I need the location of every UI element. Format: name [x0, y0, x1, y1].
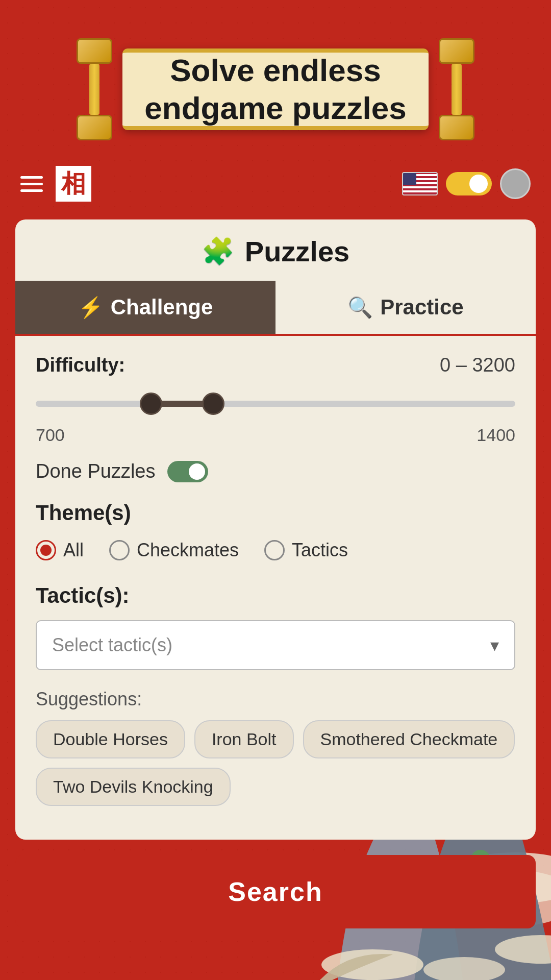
slider-thumb-left[interactable] [140, 393, 162, 415]
scroll-rod-right [452, 64, 462, 115]
chip-two-devils-knocking[interactable]: Two Devils Knocking [36, 768, 231, 806]
menu-line-3 [20, 189, 43, 192]
slider-min-label: 700 [36, 425, 65, 445]
svg-point-10 [321, 949, 423, 980]
scroll-right-handle [434, 38, 480, 140]
scroll-left-handle [71, 38, 117, 140]
scroll-body: Solve endless endgame puzzles [122, 48, 429, 130]
done-puzzles-row: Done Puzzles [36, 460, 515, 482]
menu-button[interactable] [20, 176, 43, 192]
scroll-knob-bottom-right [439, 115, 474, 140]
radio-tactics[interactable]: Tactics [264, 540, 348, 561]
theme-label: Theme(s) [36, 501, 515, 525]
suggestions-chips: Double Horses Iron Bolt Smothered Checkm… [36, 720, 515, 806]
tabs: ⚡ Challenge 🔍 Practice [15, 281, 536, 336]
scroll-decoration: Solve endless endgame puzzles [77, 31, 474, 148]
app-logo[interactable]: 相 [53, 163, 94, 204]
svg-point-12 [495, 935, 551, 964]
radio-checkmates[interactable]: Checkmates [109, 540, 239, 561]
language-flag[interactable] [402, 172, 438, 195]
slider-thumb-right[interactable] [202, 393, 224, 415]
radio-all-label: All [63, 540, 84, 561]
top-bar: 相 [0, 158, 551, 209]
scroll-rod-left [89, 64, 99, 115]
theme-toggle[interactable] [446, 172, 492, 195]
svg-point-11 [423, 957, 505, 980]
content-area: Difficulty: 0 – 3200 700 1400 Done Puzzl… [15, 336, 536, 824]
practice-icon: 🔍 [347, 296, 373, 320]
tactics-label: Tactic(s): [36, 583, 515, 608]
radio-tactics-label: Tactics [292, 540, 348, 561]
chip-double-horses[interactable]: Double Horses [36, 720, 185, 758]
challenge-icon: ⚡ [78, 296, 104, 320]
logo-character: 相 [61, 167, 86, 200]
top-bar-left: 相 [20, 163, 94, 204]
tab-practice[interactable]: 🔍 Practice [276, 281, 536, 334]
suggestions-label: Suggestions: [36, 689, 515, 710]
chip-iron-bolt[interactable]: Iron Bolt [194, 720, 294, 758]
difficulty-slider[interactable] [36, 388, 515, 419]
card-header: 🧩 Puzzles [15, 219, 536, 281]
tab-challenge[interactable]: ⚡ Challenge [15, 281, 276, 334]
difficulty-label: Difficulty: [36, 354, 125, 376]
tab-challenge-label: Challenge [111, 295, 213, 320]
menu-line-2 [20, 183, 43, 185]
chip-smothered-checkmate[interactable]: Smothered Checkmate [303, 720, 515, 758]
difficulty-range: 0 – 3200 [440, 354, 515, 376]
radio-all[interactable]: All [36, 540, 84, 561]
radio-outer-tactics [264, 540, 285, 560]
radio-outer-all [36, 540, 56, 560]
slider-track [36, 401, 515, 407]
main-card: 🧩 Puzzles ⚡ Challenge 🔍 Practice Difficu… [15, 219, 536, 840]
radio-outer-checkmates [109, 540, 130, 560]
difficulty-header: Difficulty: 0 – 3200 [36, 354, 515, 376]
scroll-knob-top-left [77, 38, 112, 64]
slider-labels: 700 1400 [36, 425, 515, 445]
tactics-select[interactable]: Select tactic(s) ▾ [36, 620, 515, 670]
theme-radio-group: All Checkmates Tactics [36, 540, 515, 561]
puzzle-icon: 🧩 [202, 236, 235, 267]
done-puzzles-toggle[interactable] [167, 461, 208, 482]
card-title: Puzzles [245, 235, 349, 268]
chevron-down-icon: ▾ [490, 635, 499, 655]
scroll-knob-top-right [439, 38, 474, 64]
top-bar-right [402, 168, 531, 199]
search-button[interactable]: Search [15, 855, 536, 928]
radio-checkmates-label: Checkmates [137, 540, 239, 561]
search-btn-container: Search [15, 855, 536, 928]
hero-banner: Solve endless endgame puzzles [0, 0, 551, 158]
hero-title: Solve endless endgame puzzles [122, 52, 429, 128]
scroll-knob-bottom-left [77, 115, 112, 140]
avatar[interactable] [500, 168, 531, 199]
slider-max-label: 1400 [477, 425, 515, 445]
tab-practice-label: Practice [380, 295, 463, 320]
tactics-placeholder: Select tactic(s) [52, 634, 172, 656]
done-puzzles-label: Done Puzzles [36, 460, 155, 482]
radio-inner-all [40, 545, 52, 556]
menu-line-1 [20, 176, 43, 179]
